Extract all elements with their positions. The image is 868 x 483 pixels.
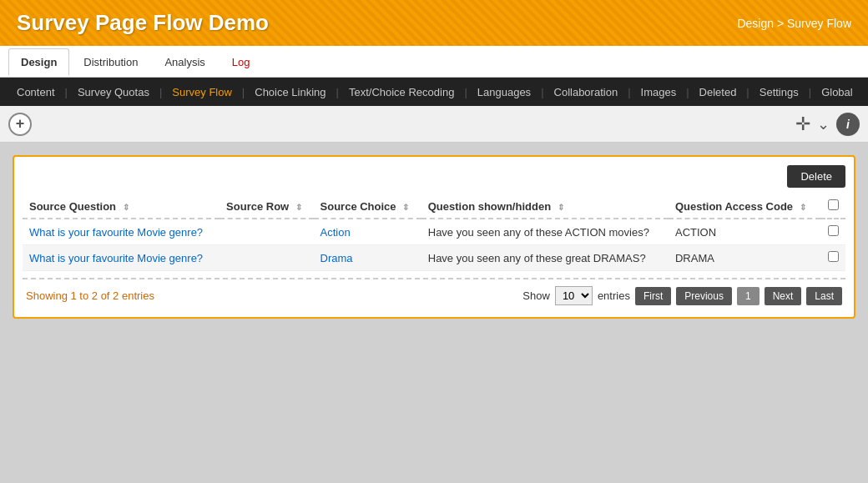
subnav-item-content[interactable]: Content [8,81,63,103]
subnav: Content | Survey Quotas | Survey Flow | … [0,78,868,106]
delete-btn-row: Delete [23,165,845,188]
sort-source-row-icon[interactable]: ⇕ [295,203,302,212]
table-row: What is your favourite Movie genre?Actio… [23,219,845,245]
sort-question-access-code-icon[interactable]: ⇕ [800,203,806,212]
sort-source-choice-icon[interactable]: ⇕ [402,203,409,212]
page-1-button[interactable]: 1 [737,287,760,305]
subnav-item-deleted[interactable]: Deleted [691,81,745,103]
last-page-button[interactable]: Last [806,287,842,305]
row-checkbox[interactable] [828,251,839,262]
source-row-cell [220,245,313,271]
col-question-access-code: Question Access Code ⇕ [669,194,820,219]
move-button[interactable]: ✛ [795,113,810,135]
question-shown-hidden-cell: Have you seen any of these ACTION movies… [421,219,669,245]
row-checkbox-cell [820,219,845,245]
subnav-item-global[interactable]: Global [813,81,861,103]
col-source-choice: Source Choice ⇕ [314,194,421,219]
source-question-link[interactable]: What is your favourite Movie genre? [29,252,203,264]
source-choice-cell: Drama [314,245,421,271]
question-access-code-cell: ACTION [669,219,820,245]
main-tabs: Design Distribution Analysis Log [0,46,868,78]
source-choice-cell: Action [314,219,421,245]
col-question-shown-hidden: Question shown/hidden ⇕ [421,194,669,219]
source-question-link[interactable]: What is your favourite Movie genre? [29,226,203,239]
subnav-item-survey-quotas[interactable]: Survey Quotas [69,81,158,103]
subnav-item-survey-flow[interactable]: Survey Flow [164,81,240,103]
showing-text: Showing 1 to 2 of 2 entries [26,289,154,302]
question-access-code-cell: DRAMA [669,245,820,271]
show-select[interactable]: 10 25 50 [555,286,593,305]
app-header: Survey Page Flow Demo Design > Survey Fl… [0,0,868,46]
tab-distribution[interactable]: Distribution [71,48,150,76]
main-content: Delete Source Question ⇕ Source Row ⇕ So… [0,143,868,331]
tab-design[interactable]: Design [8,48,69,76]
data-table: Source Question ⇕ Source Row ⇕ Source Ch… [23,194,845,271]
expand-button[interactable]: ⌄ [817,115,830,133]
delete-button[interactable]: Delete [787,165,845,188]
subnav-item-choice-linking[interactable]: Choice Linking [246,81,334,103]
tab-log[interactable]: Log [220,48,263,76]
app-title: Survey Page Flow Demo [17,10,269,36]
info-button[interactable]: i [836,113,860,136]
pagination-area: Show 10 25 50 entries First Previous 1 N… [522,286,842,305]
subnav-item-collaboration[interactable]: Collaboration [546,81,627,103]
entries-label: entries [598,289,630,302]
col-select-all [820,194,845,219]
col-source-question: Source Question ⇕ [23,194,220,219]
row-checkbox[interactable] [828,225,839,236]
breadcrumb: Design > Survey Flow [737,17,851,30]
row-checkbox-cell [820,245,845,271]
col-source-row: Source Row ⇕ [220,194,313,219]
info-icon: i [846,118,850,131]
next-page-button[interactable]: Next [765,287,802,305]
previous-page-button[interactable]: Previous [676,287,732,305]
add-button[interactable]: + [8,113,32,136]
tab-analysis[interactable]: Analysis [152,48,217,76]
subnav-item-text-choice-recoding[interactable]: Text/Choice Recoding [341,81,462,103]
bottom-bar: Showing 1 to 2 of 2 entries Show 10 25 5… [23,278,845,309]
sort-question-shown-hidden-icon[interactable]: ⇕ [558,203,564,212]
source-question-cell: What is your favourite Movie genre? [23,245,220,271]
source-choice-link[interactable]: Drama [320,252,353,264]
table-row: What is your favourite Movie genre?Drama… [23,245,845,271]
first-page-button[interactable]: First [635,287,671,305]
subnav-item-images[interactable]: Images [633,81,685,103]
subnav-item-settings[interactable]: Settings [751,81,807,103]
source-question-cell: What is your favourite Movie genre? [23,219,220,245]
move-icon: ✛ [795,113,810,135]
source-row-cell [220,219,313,245]
show-label: Show [522,289,550,302]
select-all-checkbox[interactable] [828,199,839,210]
source-choice-link[interactable]: Action [320,226,351,239]
sort-source-question-icon[interactable]: ⇕ [123,203,129,212]
question-shown-hidden-cell: Have you seen any of these great DRAMAS? [421,245,669,271]
table-container: Delete Source Question ⇕ Source Row ⇕ So… [13,155,855,319]
subnav-item-languages[interactable]: Languages [469,81,539,103]
toolbar: + ✛ ⌄ i [0,106,868,143]
